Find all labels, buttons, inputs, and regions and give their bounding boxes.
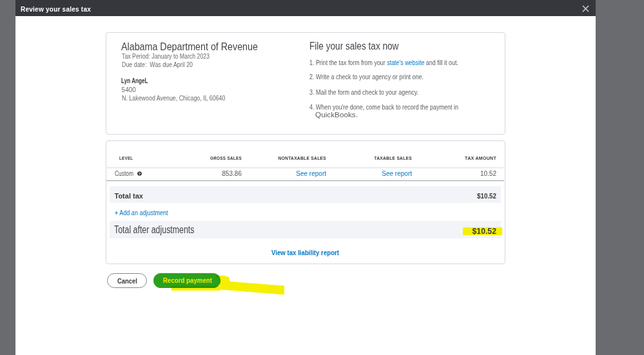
- svg-text:?: ?: [138, 172, 140, 176]
